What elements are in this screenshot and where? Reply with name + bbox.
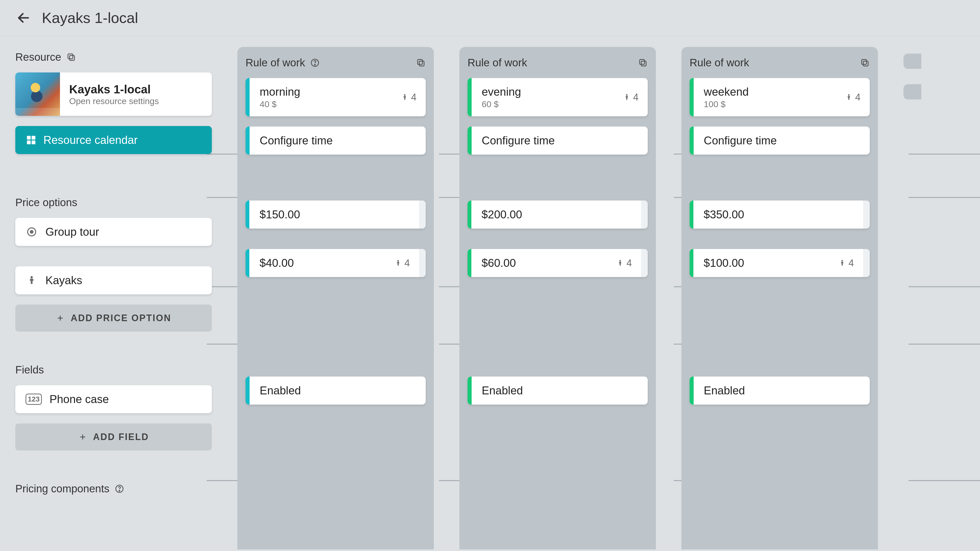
copy-icon[interactable]	[860, 58, 870, 68]
capacity-value: 4	[627, 258, 632, 268]
rule-column-0: Rule of work morning 40 $ 4	[237, 47, 434, 549]
capacity-badge: 4	[616, 258, 632, 268]
accent-stripe	[245, 376, 250, 405]
rule-name: morning	[260, 86, 301, 98]
field-label: Phone case	[49, 393, 109, 406]
copy-icon[interactable]	[66, 52, 76, 62]
price-value: $150.00	[259, 208, 300, 221]
add-field-label: ADD FIELD	[93, 432, 149, 442]
capacity-badge: 4	[401, 92, 417, 103]
price-cell[interactable]: $150.00	[245, 200, 426, 229]
field-value: Enabled	[260, 384, 301, 397]
drag-handle[interactable]	[863, 249, 870, 277]
svg-rect-26	[32, 141, 35, 144]
page-title: Kayaks 1-local	[42, 9, 138, 26]
back-arrow-icon[interactable]	[15, 10, 32, 26]
svg-rect-22	[68, 54, 73, 59]
svg-rect-25	[27, 141, 31, 144]
svg-rect-38	[641, 61, 646, 66]
price-cell[interactable]: $350.00	[690, 200, 870, 229]
svg-rect-21	[69, 56, 74, 60]
next-rule-column-peek	[904, 47, 921, 549]
price-option-label: Group tour	[45, 225, 99, 238]
price-cell[interactable]: $100.00 4	[690, 249, 870, 277]
rule-name: evening	[482, 86, 521, 98]
price-cell[interactable]: $40.00 4	[245, 249, 426, 277]
accent-stripe	[468, 78, 472, 116]
field-cell[interactable]: Enabled	[245, 376, 426, 405]
configure-time-label: Configure time	[482, 134, 555, 147]
column-stub	[904, 84, 921, 100]
field-value: Enabled	[704, 384, 745, 397]
rule-column-1: Rule of work evening 60 $ 4 Configure	[460, 47, 656, 549]
accent-stripe	[245, 200, 249, 229]
capacity-value: 4	[855, 92, 861, 103]
number-icon: 123	[25, 394, 42, 405]
capacity-badge: 4	[623, 92, 638, 103]
svg-point-31	[119, 490, 120, 491]
capacity-badge: 4	[394, 258, 410, 268]
resource-card[interactable]: Kayaks 1-local Open resource settings	[15, 73, 212, 116]
capacity-value: 4	[633, 92, 638, 103]
drag-handle[interactable]	[419, 200, 426, 229]
svg-rect-35	[417, 59, 422, 64]
field-cell[interactable]: Enabled	[690, 376, 870, 405]
rule-rate: 100 $	[704, 99, 749, 109]
rule-header-title: Rule of work	[690, 57, 749, 69]
rule-summary-card[interactable]: morning 40 $ 4	[245, 78, 426, 116]
rule-summary-card[interactable]: evening 60 $ 4	[468, 78, 648, 116]
accent-stripe	[690, 249, 694, 277]
rule-rate: 60 $	[482, 99, 521, 109]
price-value: $40.00	[259, 257, 294, 269]
svg-point-45	[842, 260, 843, 262]
capacity-value: 4	[404, 258, 410, 268]
price-cell[interactable]: $60.00 4	[468, 249, 648, 277]
resource-subtitle: Open resource settings	[69, 96, 159, 106]
svg-rect-34	[419, 61, 424, 66]
copy-icon[interactable]	[416, 58, 426, 68]
field-phone-case[interactable]: 123 Phone case	[15, 385, 212, 413]
rule-name: weekend	[704, 86, 749, 98]
svg-point-36	[404, 94, 406, 96]
copy-icon[interactable]	[638, 58, 648, 68]
accent-stripe	[690, 200, 694, 229]
drag-handle[interactable]	[641, 200, 648, 229]
section-price-options: Price options Group tour Kayaks	[15, 195, 212, 332]
svg-point-37	[397, 260, 399, 262]
price-option-kayaks[interactable]: Kayaks	[15, 266, 212, 294]
price-value: $100.00	[703, 257, 744, 269]
add-field-button[interactable]: ADD FIELD	[15, 424, 212, 451]
section-title-price: Price options	[15, 197, 77, 209]
help-icon[interactable]	[115, 484, 124, 494]
drag-handle[interactable]	[419, 249, 426, 277]
configure-time-button[interactable]: Configure time	[468, 127, 648, 155]
capacity-value: 4	[411, 92, 417, 103]
price-value: $60.00	[482, 257, 516, 269]
accent-stripe	[468, 200, 471, 229]
configure-time-button[interactable]: Configure time	[690, 127, 870, 155]
column-stub	[904, 54, 921, 69]
accent-stripe	[690, 78, 694, 116]
capacity-badge: 4	[845, 92, 861, 103]
field-value: Enabled	[482, 384, 523, 397]
add-price-option-button[interactable]: ADD PRICE OPTION	[15, 305, 212, 332]
resource-calendar-button[interactable]: Resource calendar	[15, 126, 212, 154]
price-cell[interactable]: $200.00	[468, 200, 648, 229]
accent-stripe	[468, 249, 471, 277]
price-option-label: Kayaks	[45, 274, 82, 287]
accent-stripe	[245, 249, 249, 277]
field-cell[interactable]: Enabled	[468, 376, 648, 405]
section-title-resource: Resource	[15, 51, 61, 63]
price-value: $350.00	[703, 208, 744, 221]
help-icon[interactable]	[310, 58, 320, 68]
svg-point-28	[30, 230, 33, 233]
drag-handle[interactable]	[863, 200, 870, 229]
accent-stripe	[245, 78, 250, 116]
svg-point-44	[848, 94, 850, 96]
accent-stripe	[690, 127, 694, 155]
rule-summary-card[interactable]: weekend 100 $ 4	[690, 78, 870, 116]
add-price-option-label: ADD PRICE OPTION	[71, 313, 171, 324]
price-option-group-tour[interactable]: Group tour	[15, 218, 212, 246]
drag-handle[interactable]	[641, 249, 648, 277]
configure-time-button[interactable]: Configure time	[245, 127, 426, 155]
